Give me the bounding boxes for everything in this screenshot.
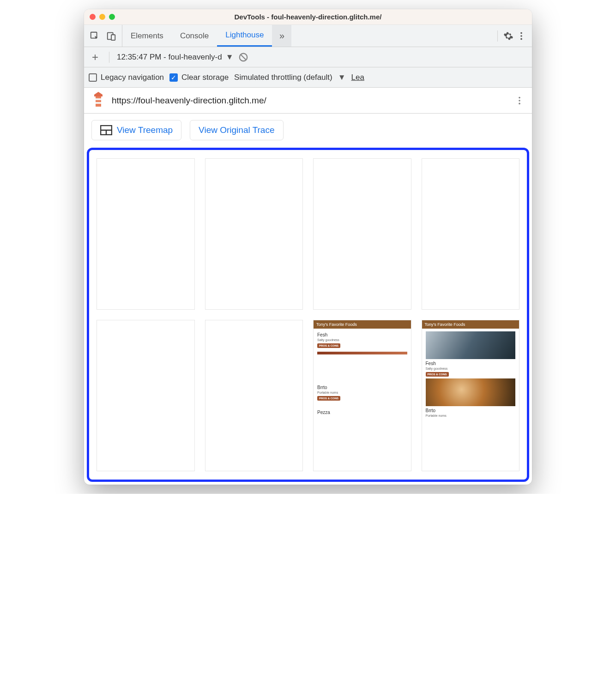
mini-header: Tony's Favorite Foods <box>422 320 519 329</box>
filmstrip-frame[interactable]: Tony's Favorite Foods Fesh Salty goodnes… <box>422 320 520 471</box>
lighthouse-options-bar: Legacy navigation ✓ Clear storage Simula… <box>84 67 532 88</box>
report-url: https://foul-heavenly-direction.glitch.m… <box>112 96 508 106</box>
mini-item-sub: Salty goodness <box>426 367 516 370</box>
tabbar-right <box>489 25 532 47</box>
svg-line-7 <box>241 54 246 60</box>
mini-item-sub: Portable noms <box>317 391 407 394</box>
filmstrip-highlight: Tony's Favorite Foods Fesh Salty goodnes… <box>87 148 529 482</box>
svg-rect-2 <box>111 35 115 40</box>
mini-item-title: Brrto <box>317 385 407 390</box>
svg-rect-11 <box>96 102 101 104</box>
checkbox-unchecked-icon <box>89 73 97 82</box>
mini-pros-cons-button: PROS & CONS <box>426 372 449 377</box>
filmstrip-frame[interactable] <box>422 158 520 310</box>
tab-lighthouse[interactable]: Lighthouse <box>217 25 272 47</box>
mini-image-placeholder <box>317 352 407 354</box>
svg-point-14 <box>519 102 520 104</box>
filmstrip-frame[interactable] <box>205 320 303 471</box>
lighthouse-logo-icon <box>91 92 105 109</box>
caret-down-icon: ▼ <box>338 73 346 82</box>
filmstrip-frame[interactable]: Tony's Favorite Foods Fesh Salty goodnes… <box>313 320 411 471</box>
clear-storage-label: Clear storage <box>181 73 229 82</box>
view-original-trace-label: View Original Trace <box>199 125 274 135</box>
mini-item-title: Fesh <box>317 332 407 337</box>
mini-item-sub: Portable noms <box>426 414 516 417</box>
traffic-lights <box>90 14 115 20</box>
devtools-tabbar: Elements Console Lighthouse » <box>84 25 532 47</box>
mini-page: Tony's Favorite Foods Fesh Salty goodnes… <box>314 320 411 471</box>
titlebar: DevTools - foul-heavenly-direction.glitc… <box>84 9 532 25</box>
report-selector-label: 12:35:47 PM - foul-heavenly-d <box>117 53 222 62</box>
legacy-navigation-option[interactable]: Legacy navigation <box>89 73 164 82</box>
caret-down-icon: ▼ <box>226 53 234 62</box>
mini-image-burrito <box>426 378 516 406</box>
filmstrip-frame[interactable] <box>97 320 195 471</box>
mini-item-title: Pezza <box>317 410 407 415</box>
zoom-window-button[interactable] <box>109 14 115 20</box>
mini-item-title: Fesh <box>426 361 516 366</box>
mini-pros-cons-button: PROS & CONS <box>317 343 340 348</box>
filmstrip: Tony's Favorite Foods Fesh Salty goodnes… <box>97 158 519 471</box>
more-options-icon[interactable] <box>516 31 526 41</box>
settings-gear-icon[interactable] <box>503 31 513 41</box>
svg-point-5 <box>520 38 522 40</box>
new-report-button[interactable]: + <box>89 51 102 64</box>
report-action-row: View Treemap View Original Trace <box>84 114 532 140</box>
divider <box>109 52 109 63</box>
view-original-trace-button[interactable]: View Original Trace <box>190 120 283 140</box>
learn-link[interactable]: Lea <box>351 73 364 82</box>
svg-point-13 <box>519 100 520 102</box>
filmstrip-frame[interactable] <box>313 158 411 310</box>
throttling-option[interactable]: Simulated throttling (default) <box>234 73 332 82</box>
filmstrip-frame[interactable] <box>205 158 303 310</box>
view-treemap-label: View Treemap <box>117 125 173 135</box>
view-treemap-button[interactable]: View Treemap <box>91 120 181 140</box>
tabbar-left-tools <box>84 25 122 47</box>
tab-elements[interactable]: Elements <box>122 25 172 47</box>
panel-tabs: Elements Console Lighthouse » <box>122 25 291 47</box>
svg-point-4 <box>520 35 522 37</box>
mini-image-fish <box>426 331 516 359</box>
report-selector[interactable]: 12:35:47 PM - foul-heavenly-d ▼ <box>117 53 234 62</box>
svg-point-3 <box>520 32 522 34</box>
mini-header: Tony's Favorite Foods <box>314 320 411 329</box>
svg-marker-8 <box>94 92 103 96</box>
mini-item-title: Brrto <box>426 408 516 413</box>
close-window-button[interactable] <box>90 14 96 20</box>
mini-pros-cons-button: PROS & CONS <box>317 396 340 401</box>
minimize-window-button[interactable] <box>99 14 105 20</box>
mini-item-sub: Salty goodness <box>317 338 407 342</box>
clear-storage-option[interactable]: ✓ Clear storage <box>169 73 229 82</box>
lighthouse-report-bar: + 12:35:47 PM - foul-heavenly-d ▼ <box>84 47 532 67</box>
svg-rect-9 <box>96 96 101 107</box>
window-title: DevTools - foul-heavenly-direction.glitc… <box>84 13 532 21</box>
divider <box>497 30 498 42</box>
report-url-bar: https://foul-heavenly-direction.glitch.m… <box>84 88 532 114</box>
clear-report-icon[interactable] <box>238 52 248 62</box>
checkbox-checked-icon: ✓ <box>169 73 178 82</box>
tab-console[interactable]: Console <box>172 25 217 47</box>
report-menu-icon[interactable] <box>514 96 525 106</box>
filmstrip-frame[interactable] <box>97 158 195 310</box>
svg-point-12 <box>519 96 520 98</box>
tab-overflow-button[interactable]: » <box>272 25 291 47</box>
treemap-icon <box>100 125 112 135</box>
throttling-label: Simulated throttling (default) <box>234 73 332 82</box>
inspect-element-icon[interactable] <box>90 31 100 41</box>
mini-page: Tony's Favorite Foods Fesh Salty goodnes… <box>422 320 519 471</box>
devtools-window: DevTools - foul-heavenly-direction.glitc… <box>84 9 532 485</box>
svg-rect-10 <box>96 98 101 100</box>
legacy-navigation-label: Legacy navigation <box>101 73 164 82</box>
device-toggle-icon[interactable] <box>106 31 116 41</box>
